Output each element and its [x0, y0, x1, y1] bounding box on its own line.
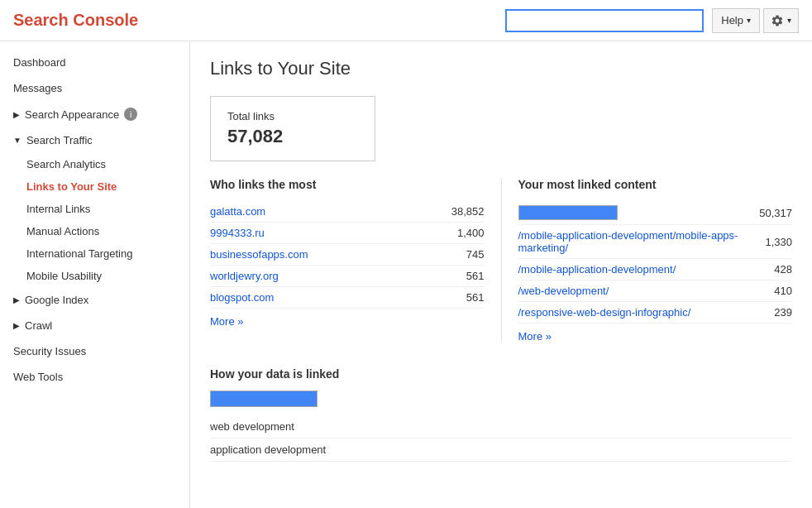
link-count-0: 38,852 [451, 205, 485, 218]
most-linked-count-3: 239 [774, 306, 792, 319]
cards-row: Total links 57,082 [210, 96, 792, 161]
most-linked-row-2: /web-development/ 410 [518, 280, 793, 302]
app-layout: Dashboard Messages ▶ Search Appearance i… [0, 41, 812, 508]
sidebar-item-internal-links[interactable]: Internal Links [0, 198, 189, 220]
link-row-4: blogspot.com 561 [210, 287, 485, 309]
who-links-section: Who links the most galatta.com 38,852 99… [210, 178, 502, 343]
sidebar-item-search-analytics[interactable]: Search Analytics [0, 153, 189, 175]
most-linked-top-item: 50,317 [518, 201, 793, 225]
link-count-1: 1,400 [457, 227, 485, 239]
sidebar-item-manual-actions[interactable]: Manual Actions [0, 220, 189, 242]
gear-arrow-icon: ▾ [787, 16, 791, 25]
link-domain-0[interactable]: galatta.com [210, 205, 265, 218]
header: Search Console Help ▾ ▾ [0, 0, 812, 41]
search-input[interactable] [505, 9, 704, 32]
most-linked-count-0: 1,330 [765, 236, 792, 248]
link-row-0: galatta.com 38,852 [210, 201, 485, 223]
total-links-label: Total links [227, 110, 358, 122]
gear-button[interactable]: ▾ [763, 8, 799, 33]
sidebar-item-web-tools[interactable]: Web Tools [0, 364, 189, 390]
most-linked-row-0: /mobile-application-development/mobile-a… [518, 225, 793, 259]
google-index-arrow-icon: ▶ [13, 295, 20, 304]
link-row-2: businessofapps.com 745 [210, 244, 485, 266]
search-appearance-arrow-icon: ▶ [13, 110, 20, 119]
link-domain-1[interactable]: 9994333.ru [210, 227, 265, 239]
link-count-2: 745 [466, 248, 485, 261]
link-count-4: 561 [466, 291, 485, 304]
app-logo: Search Console [13, 11, 138, 30]
search-appearance-label: Search Appearance [25, 108, 119, 121]
sidebar-item-dashboard[interactable]: Dashboard [0, 50, 189, 75]
gear-icon [771, 14, 784, 27]
most-linked-row-3: /responsive-web-design-infographic/ 239 [518, 302, 793, 323]
most-linked-title: Your most linked content [518, 178, 793, 191]
sidebar-item-security-issues[interactable]: Security Issues [0, 338, 189, 364]
most-linked-url-2[interactable]: /web-development/ [518, 285, 767, 297]
sidebar-section-search-appearance[interactable]: ▶ Search Appearance i [0, 101, 189, 127]
help-label: Help [721, 14, 743, 26]
security-issues-label: Security Issues [13, 345, 86, 357]
most-linked-top-count: 50,317 [759, 207, 792, 219]
help-button[interactable]: Help ▾ [712, 8, 760, 33]
link-row-3: worldjewry.org 561 [210, 266, 485, 287]
total-links-card: Total links 57,082 [210, 96, 375, 161]
main-content: Links to Your Site Total links 57,082 Wh… [190, 41, 812, 508]
two-col-section: Who links the most galatta.com 38,852 99… [210, 178, 792, 343]
most-linked-url-1[interactable]: /mobile-application-development/ [518, 263, 767, 276]
sidebar: Dashboard Messages ▶ Search Appearance i… [0, 41, 190, 508]
most-linked-url-3[interactable]: /responsive-web-design-infographic/ [518, 306, 767, 319]
how-linked-title: How your data is linked [210, 367, 792, 381]
link-count-3: 561 [466, 270, 485, 282]
sidebar-item-international-targeting[interactable]: International Targeting [0, 242, 189, 265]
sidebar-item-links-to-your-site[interactable]: Links to Your Site [0, 175, 189, 198]
page-title: Links to Your Site [210, 58, 792, 79]
crawl-label: Crawl [25, 319, 52, 332]
total-links-value: 57,082 [227, 126, 358, 147]
link-domain-3[interactable]: worldjewry.org [210, 270, 279, 282]
most-linked-count-1: 428 [774, 263, 792, 276]
help-arrow-icon: ▾ [747, 16, 751, 25]
link-row-1: 9994333.ru 1,400 [210, 223, 485, 244]
web-tools-label: Web Tools [13, 371, 63, 383]
sidebar-section-crawl[interactable]: ▶ Crawl [0, 313, 189, 338]
top-bar [518, 205, 618, 220]
google-index-label: Google Index [25, 294, 88, 306]
how-linked-bar [210, 391, 318, 407]
sidebar-item-messages[interactable]: Messages [0, 75, 189, 101]
how-linked-item-0: web development [210, 415, 792, 439]
most-linked-section: Your most linked content 50,317 /mobile-… [502, 178, 793, 343]
most-linked-url-0[interactable]: /mobile-application-development/mobile-a… [518, 229, 757, 254]
how-linked-section: How your data is linked web development … [210, 367, 792, 462]
most-linked-row-1: /mobile-application-development/ 428 [518, 259, 793, 280]
link-domain-4[interactable]: blogspot.com [210, 291, 274, 304]
who-links-title: Who links the most [210, 178, 485, 191]
who-links-more-link[interactable]: More » [210, 315, 243, 328]
most-linked-more-link[interactable]: More » [518, 330, 552, 343]
most-linked-count-2: 410 [774, 285, 792, 297]
link-domain-2[interactable]: businessofapps.com [210, 248, 308, 261]
sidebar-item-mobile-usability[interactable]: Mobile Usability [0, 265, 189, 287]
dashboard-label: Dashboard [13, 56, 66, 69]
messages-label: Messages [13, 82, 62, 94]
crawl-arrow-icon: ▶ [13, 321, 20, 330]
info-icon[interactable]: i [124, 108, 137, 121]
sidebar-section-google-index[interactable]: ▶ Google Index [0, 287, 189, 313]
how-linked-item-1: application development [210, 439, 792, 462]
sidebar-section-search-traffic[interactable]: ▼ Search Traffic [0, 127, 189, 153]
search-traffic-arrow-icon: ▼ [13, 136, 21, 145]
search-traffic-label: Search Traffic [26, 134, 93, 146]
